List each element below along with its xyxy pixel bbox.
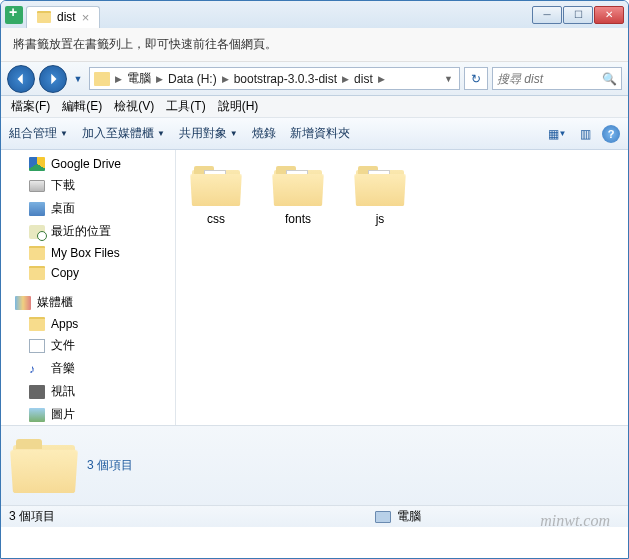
watermark: minwt.com: [540, 512, 610, 530]
status-count: 3 個項目: [9, 508, 55, 525]
help-button[interactable]: ?: [602, 125, 620, 143]
breadcrumb-item[interactable]: Data (H:): [166, 72, 219, 86]
breadcrumb-item[interactable]: dist: [352, 72, 375, 86]
music-icon: ♪: [29, 362, 45, 376]
preview-pane-button[interactable]: ▥: [574, 124, 596, 144]
folder-item-fonts[interactable]: fonts: [270, 162, 326, 230]
folder-icon: [94, 72, 110, 86]
library-icon: [15, 296, 31, 310]
sidebar-item-apps[interactable]: Apps: [1, 314, 175, 334]
breadcrumb-item[interactable]: 電腦: [125, 70, 153, 87]
new-folder-button[interactable]: 新增資料夾: [290, 125, 350, 142]
status-computer: 電腦: [375, 508, 421, 525]
chevron-right-icon: ▶: [378, 74, 385, 84]
app-icon: [5, 6, 23, 24]
menu-tools[interactable]: 工具(T): [162, 96, 209, 117]
maximize-button[interactable]: ☐: [563, 6, 593, 24]
organize-button[interactable]: 組合管理▼: [9, 125, 68, 142]
tip-text: 將書籤放置在書籤列上，即可快速前往各個網頁。: [13, 37, 277, 51]
sidebar-item-videos[interactable]: 視訊: [1, 380, 175, 403]
menu-file[interactable]: 檔案(F): [7, 96, 54, 117]
history-dropdown[interactable]: ▼: [71, 74, 85, 84]
folder-icon: [192, 166, 240, 206]
computer-icon: [375, 511, 391, 523]
video-icon: [29, 385, 45, 399]
arrow-left-icon: [14, 72, 28, 86]
sidebar-item-pictures[interactable]: 圖片: [1, 403, 175, 425]
details-pane: 3 個項目: [1, 425, 628, 505]
close-button[interactable]: ✕: [594, 6, 624, 24]
sidebar-libraries-header[interactable]: 媒體櫃: [1, 291, 175, 314]
tab-current[interactable]: dist ×: [26, 6, 100, 28]
search-input[interactable]: [497, 72, 602, 86]
forward-button[interactable]: [39, 65, 67, 93]
include-library-button[interactable]: 加入至媒體櫃▼: [82, 125, 165, 142]
chevron-right-icon: ▶: [115, 74, 122, 84]
search-box[interactable]: 🔍: [492, 67, 622, 90]
window-controls: ─ ☐ ✕: [532, 6, 624, 24]
sidebar-item-music[interactable]: ♪音樂: [1, 357, 175, 380]
explorer-window: dist × ─ ☐ ✕ 將書籤放置在書籤列上，即可快速前往各個網頁。 ▼ ▶ …: [0, 0, 629, 559]
menu-edit[interactable]: 編輯(E): [58, 96, 106, 117]
details-count: 3 個項目: [87, 457, 133, 474]
burn-button[interactable]: 燒錄: [252, 125, 276, 142]
refresh-button[interactable]: ↻: [464, 67, 488, 90]
recent-icon: [29, 225, 45, 239]
picture-icon: [29, 408, 45, 422]
gdrive-icon: [29, 157, 45, 171]
sidebar-item-copy[interactable]: Copy: [1, 263, 175, 283]
file-name: fonts: [285, 212, 311, 226]
address-bar[interactable]: ▶ 電腦 ▶ Data (H:) ▶ bootstrap-3.0.3-dist …: [89, 67, 460, 90]
folder-icon: [29, 246, 45, 260]
menu-help[interactable]: 說明(H): [214, 96, 263, 117]
toolbar: 組合管理▼ 加入至媒體櫃▼ 共用對象▼ 燒錄 新增資料夾 ▦▼ ▥ ?: [1, 118, 628, 150]
arrow-right-icon: [46, 72, 60, 86]
chevron-right-icon: ▶: [156, 74, 163, 84]
file-list-pane[interactable]: css fonts js: [176, 150, 628, 425]
status-bar: 3 個項目 電腦: [1, 505, 628, 527]
back-button[interactable]: [7, 65, 35, 93]
sidebar-item-mybox[interactable]: My Box Files: [1, 243, 175, 263]
sidebar-item-recent[interactable]: 最近的位置: [1, 220, 175, 243]
menu-view[interactable]: 檢視(V): [110, 96, 158, 117]
chevron-down-icon: ▼: [60, 129, 68, 138]
sidebar-item-downloads[interactable]: 下載: [1, 174, 175, 197]
folder-icon: [29, 317, 45, 331]
folder-icon: [356, 166, 404, 206]
nav-bar: ▼ ▶ 電腦 ▶ Data (H:) ▶ bootstrap-3.0.3-dis…: [1, 62, 628, 96]
sidebar-item-google-drive[interactable]: Google Drive: [1, 154, 175, 174]
sidebar-item-documents[interactable]: 文件: [1, 334, 175, 357]
chevron-right-icon: ▶: [342, 74, 349, 84]
folder-icon: [29, 266, 45, 280]
menu-bar: 檔案(F) 編輯(E) 檢視(V) 工具(T) 說明(H): [1, 96, 628, 118]
file-name: css: [207, 212, 225, 226]
folder-item-css[interactable]: css: [188, 162, 244, 230]
sidebar-item-desktop[interactable]: 桌面: [1, 197, 175, 220]
close-icon[interactable]: ×: [82, 10, 90, 25]
file-name: js: [376, 212, 385, 226]
share-button[interactable]: 共用對象▼: [179, 125, 238, 142]
tip-bar: 將書籤放置在書籤列上，即可快速前往各個網頁。: [1, 28, 628, 62]
address-dropdown[interactable]: ▼: [440, 74, 457, 84]
folder-item-js[interactable]: js: [352, 162, 408, 230]
chevron-down-icon: ▼: [157, 129, 165, 138]
breadcrumb-item[interactable]: bootstrap-3.0.3-dist: [232, 72, 339, 86]
content-area: Google Drive 下載 桌面 最近的位置 My Box Files Co…: [1, 150, 628, 425]
document-icon: [29, 339, 45, 353]
downloads-icon: [29, 180, 45, 192]
tab-label: dist: [57, 10, 76, 24]
titlebar: dist × ─ ☐ ✕: [1, 1, 628, 28]
folder-icon: [37, 11, 51, 23]
folder-icon: [13, 439, 75, 493]
desktop-icon: [29, 202, 45, 216]
view-options-button[interactable]: ▦▼: [546, 124, 568, 144]
navigation-pane[interactable]: Google Drive 下載 桌面 最近的位置 My Box Files Co…: [1, 150, 176, 425]
chevron-down-icon: ▼: [230, 129, 238, 138]
chevron-right-icon: ▶: [222, 74, 229, 84]
minimize-button[interactable]: ─: [532, 6, 562, 24]
search-icon[interactable]: 🔍: [602, 72, 617, 86]
folder-icon: [274, 166, 322, 206]
